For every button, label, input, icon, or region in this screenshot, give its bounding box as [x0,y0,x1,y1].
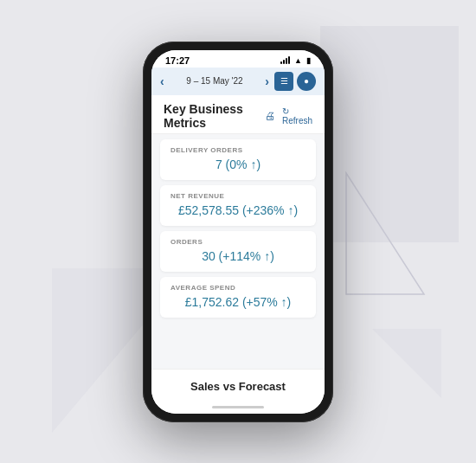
metric-label-average-spend: AVERAGE SPEND [170,284,306,292]
page-title: Key Business Metrics [164,102,265,130]
metric-card-delivery-orders: DELIVERY ORDERS 7 (0% ↑) [160,139,316,180]
svg-marker-2 [346,173,424,294]
sales-vs-forecast-title: Sales vs Forecast [190,380,286,393]
wifi-icon: ▲ [294,56,302,65]
home-indicator [151,402,325,414]
nav-action-icons: ☰ ● [274,72,316,91]
menu-button[interactable]: ☰ [274,72,293,91]
metric-value-net-revenue: £52,578.55 (+236% ↑) [170,203,306,217]
content-area: DELIVERY ORDERS 7 (0% ↑) NET REVENUE £52… [151,134,325,369]
status-time: 17:27 [165,55,190,66]
metric-value-average-spend: £1,752.62 (+57% ↑) [170,295,306,309]
metric-label-orders: ORDERS [170,238,306,246]
metric-card-orders: ORDERS 30 (+114% ↑) [160,231,316,272]
metric-label-delivery-orders: DELIVERY ORDERS [170,146,306,154]
page-header: Key Business Metrics 🖨 ↻ Refresh [151,95,325,134]
status-bar: 17:27 ▲ ▮ [151,50,325,68]
svg-marker-1 [320,26,459,242]
home-bar [212,406,264,408]
phone-device: 17:27 ▲ ▮ ‹ 9 – 15 May '22 › ☰ ● [143,42,333,422]
nav-bar: ‹ 9 – 15 May '22 › ☰ ● [151,68,325,95]
print-button[interactable]: 🖨 [265,110,275,122]
refresh-button[interactable]: ↻ Refresh [282,106,312,125]
next-nav-button[interactable]: › [265,74,269,88]
avatar-button[interactable]: ● [297,72,316,91]
battery-icon: ▮ [306,56,311,65]
signal-icon [280,57,290,64]
status-icons: ▲ ▮ [280,56,311,65]
prev-nav-button[interactable]: ‹ [160,74,164,88]
metric-card-average-spend: AVERAGE SPEND £1,752.62 (+57% ↑) [160,277,316,318]
metric-card-net-revenue: NET REVENUE £52,578.55 (+236% ↑) [160,185,316,226]
bottom-section: Sales vs Forecast [151,369,325,402]
header-actions: 🖨 ↻ Refresh [265,106,312,125]
avatar-icon: ● [304,76,309,86]
metric-label-net-revenue: NET REVENUE [170,192,306,200]
phone-screen: 17:27 ▲ ▮ ‹ 9 – 15 May '22 › ☰ ● [151,50,325,414]
metric-value-delivery-orders: 7 (0% ↑) [170,158,306,171]
svg-marker-4 [372,329,441,398]
date-range-label: 9 – 15 May '22 [170,76,261,86]
metric-value-orders: 30 (+114% ↑) [170,249,306,263]
